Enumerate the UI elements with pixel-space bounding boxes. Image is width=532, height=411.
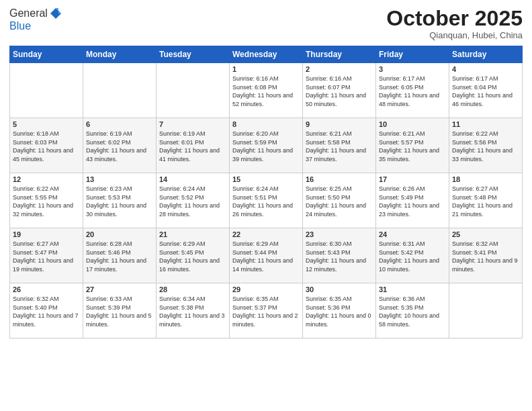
day-number: 5 xyxy=(13,120,80,128)
calendar-cell-0-6: 4Sunrise: 6:17 AMSunset: 6:04 PMDaylight… xyxy=(449,63,523,118)
calendar-cell-4-4: 30Sunrise: 6:35 AMSunset: 5:36 PMDayligh… xyxy=(303,283,376,338)
day-number: 9 xyxy=(306,120,373,128)
day-number: 19 xyxy=(13,230,80,238)
calendar-cell-2-6: 18Sunrise: 6:27 AMSunset: 5:48 PMDayligh… xyxy=(449,173,523,228)
day-number: 3 xyxy=(379,65,446,73)
day-info: Sunrise: 6:35 AMSunset: 5:37 PMDaylight:… xyxy=(232,295,300,328)
day-info: Sunrise: 6:16 AMSunset: 6:07 PMDaylight:… xyxy=(306,75,373,108)
day-number: 21 xyxy=(159,230,226,238)
day-number: 22 xyxy=(232,230,300,238)
calendar-cell-4-3: 29Sunrise: 6:35 AMSunset: 5:37 PMDayligh… xyxy=(230,283,303,338)
calendar-cell-0-1 xyxy=(83,63,157,118)
day-info: Sunrise: 6:25 AMSunset: 5:50 PMDaylight:… xyxy=(306,185,373,218)
day-number: 25 xyxy=(452,230,519,238)
calendar-cell-0-3: 1Sunrise: 6:16 AMSunset: 6:08 PMDaylight… xyxy=(230,63,303,118)
day-number: 4 xyxy=(452,65,519,73)
calendar-cell-3-6: 25Sunrise: 6:32 AMSunset: 5:41 PMDayligh… xyxy=(449,228,523,283)
calendar-cell-1-4: 9Sunrise: 6:21 AMSunset: 5:58 PMDaylight… xyxy=(303,118,376,173)
day-number: 16 xyxy=(306,175,373,183)
calendar-cell-1-3: 8Sunrise: 6:20 AMSunset: 5:59 PMDaylight… xyxy=(230,118,303,173)
day-info: Sunrise: 6:20 AMSunset: 5:59 PMDaylight:… xyxy=(232,130,300,163)
calendar-cell-4-5: 31Sunrise: 6:36 AMSunset: 5:35 PMDayligh… xyxy=(376,283,449,338)
page: General Blue October 2025 Qianquan, Hube… xyxy=(0,0,532,411)
calendar-cell-2-5: 17Sunrise: 6:26 AMSunset: 5:49 PMDayligh… xyxy=(376,173,449,228)
calendar-cell-4-2: 28Sunrise: 6:34 AMSunset: 5:38 PMDayligh… xyxy=(157,283,230,338)
calendar-cell-2-3: 15Sunrise: 6:24 AMSunset: 5:51 PMDayligh… xyxy=(230,173,303,228)
calendar-cell-3-4: 23Sunrise: 6:30 AMSunset: 5:43 PMDayligh… xyxy=(303,228,376,283)
header-tuesday: Tuesday xyxy=(157,46,230,63)
month-title: October 2025 xyxy=(386,7,523,30)
calendar-cell-2-2: 14Sunrise: 6:24 AMSunset: 5:52 PMDayligh… xyxy=(157,173,230,228)
day-number: 8 xyxy=(232,120,300,128)
day-info: Sunrise: 6:22 AMSunset: 5:56 PMDaylight:… xyxy=(452,130,519,163)
logo-blue-text: Blue xyxy=(9,20,62,32)
day-number: 23 xyxy=(306,230,373,238)
calendar-cell-2-1: 13Sunrise: 6:23 AMSunset: 5:53 PMDayligh… xyxy=(83,173,157,228)
day-info: Sunrise: 6:30 AMSunset: 5:43 PMDaylight:… xyxy=(306,240,373,273)
day-number: 30 xyxy=(306,285,373,293)
day-info: Sunrise: 6:29 AMSunset: 5:44 PMDaylight:… xyxy=(232,240,300,273)
day-info: Sunrise: 6:35 AMSunset: 5:36 PMDaylight:… xyxy=(306,295,373,328)
header-monday: Monday xyxy=(83,46,157,63)
calendar-cell-1-6: 11Sunrise: 6:22 AMSunset: 5:56 PMDayligh… xyxy=(449,118,523,173)
calendar-cell-3-1: 20Sunrise: 6:28 AMSunset: 5:46 PMDayligh… xyxy=(83,228,157,283)
header: General Blue October 2025 Qianquan, Hube… xyxy=(9,7,523,40)
day-number: 1 xyxy=(232,65,300,73)
calendar-cell-0-0 xyxy=(10,63,83,118)
week-row-2: 5Sunrise: 6:18 AMSunset: 6:03 PMDaylight… xyxy=(10,118,523,173)
day-number: 15 xyxy=(232,175,300,183)
calendar-cell-1-1: 6Sunrise: 6:19 AMSunset: 6:02 PMDaylight… xyxy=(83,118,157,173)
calendar-cell-3-3: 22Sunrise: 6:29 AMSunset: 5:44 PMDayligh… xyxy=(230,228,303,283)
header-saturday: Saturday xyxy=(449,46,523,63)
week-row-4: 19Sunrise: 6:27 AMSunset: 5:47 PMDayligh… xyxy=(10,228,523,283)
day-info: Sunrise: 6:21 AMSunset: 5:58 PMDaylight:… xyxy=(306,130,373,163)
day-number: 13 xyxy=(86,175,153,183)
day-info: Sunrise: 6:27 AMSunset: 5:47 PMDaylight:… xyxy=(13,240,80,273)
day-info: Sunrise: 6:27 AMSunset: 5:48 PMDaylight:… xyxy=(452,185,519,218)
logo-general-text: General xyxy=(9,7,48,19)
day-info: Sunrise: 6:24 AMSunset: 5:51 PMDaylight:… xyxy=(232,185,300,218)
title-block: October 2025 Qianquan, Hubei, China xyxy=(386,7,523,40)
day-number: 2 xyxy=(306,65,373,73)
logo-icon xyxy=(49,7,62,20)
day-number: 28 xyxy=(159,285,226,293)
day-number: 24 xyxy=(379,230,446,238)
calendar-cell-4-0: 26Sunrise: 6:32 AMSunset: 5:40 PMDayligh… xyxy=(10,283,83,338)
day-number: 7 xyxy=(159,120,226,128)
day-number: 17 xyxy=(379,175,446,183)
day-info: Sunrise: 6:32 AMSunset: 5:40 PMDaylight:… xyxy=(13,295,80,328)
day-info: Sunrise: 6:24 AMSunset: 5:52 PMDaylight:… xyxy=(159,185,226,218)
day-info: Sunrise: 6:16 AMSunset: 6:08 PMDaylight:… xyxy=(232,75,300,108)
day-info: Sunrise: 6:21 AMSunset: 5:57 PMDaylight:… xyxy=(379,130,446,163)
day-info: Sunrise: 6:17 AMSunset: 6:05 PMDaylight:… xyxy=(379,75,446,108)
day-info: Sunrise: 6:19 AMSunset: 6:01 PMDaylight:… xyxy=(159,130,226,163)
day-info: Sunrise: 6:23 AMSunset: 5:53 PMDaylight:… xyxy=(86,185,153,218)
calendar-cell-1-2: 7Sunrise: 6:19 AMSunset: 6:01 PMDaylight… xyxy=(157,118,230,173)
calendar-table: Sunday Monday Tuesday Wednesday Thursday… xyxy=(9,46,523,338)
header-thursday: Thursday xyxy=(303,46,376,63)
calendar-cell-0-5: 3Sunrise: 6:17 AMSunset: 6:05 PMDaylight… xyxy=(376,63,449,118)
day-number: 6 xyxy=(86,120,153,128)
calendar-cell-3-5: 24Sunrise: 6:31 AMSunset: 5:42 PMDayligh… xyxy=(376,228,449,283)
day-number: 20 xyxy=(86,230,153,238)
day-number: 31 xyxy=(379,285,446,293)
day-info: Sunrise: 6:26 AMSunset: 5:49 PMDaylight:… xyxy=(379,185,446,218)
day-number: 12 xyxy=(13,175,80,183)
calendar-cell-2-0: 12Sunrise: 6:22 AMSunset: 5:55 PMDayligh… xyxy=(10,173,83,228)
calendar-cell-1-0: 5Sunrise: 6:18 AMSunset: 6:03 PMDaylight… xyxy=(10,118,83,173)
day-number: 14 xyxy=(159,175,226,183)
day-info: Sunrise: 6:29 AMSunset: 5:45 PMDaylight:… xyxy=(159,240,226,273)
day-info: Sunrise: 6:19 AMSunset: 6:02 PMDaylight:… xyxy=(86,130,153,163)
day-info: Sunrise: 6:22 AMSunset: 5:55 PMDaylight:… xyxy=(13,185,80,218)
calendar-cell-4-1: 27Sunrise: 6:33 AMSunset: 5:39 PMDayligh… xyxy=(83,283,157,338)
day-info: Sunrise: 6:31 AMSunset: 5:42 PMDaylight:… xyxy=(379,240,446,273)
day-info: Sunrise: 6:28 AMSunset: 5:46 PMDaylight:… xyxy=(86,240,153,273)
calendar-cell-2-4: 16Sunrise: 6:25 AMSunset: 5:50 PMDayligh… xyxy=(303,173,376,228)
week-row-3: 12Sunrise: 6:22 AMSunset: 5:55 PMDayligh… xyxy=(10,173,523,228)
day-info: Sunrise: 6:17 AMSunset: 6:04 PMDaylight:… xyxy=(452,75,519,108)
week-row-5: 26Sunrise: 6:32 AMSunset: 5:40 PMDayligh… xyxy=(10,283,523,338)
header-friday: Friday xyxy=(376,46,449,63)
week-row-1: 1Sunrise: 6:16 AMSunset: 6:08 PMDaylight… xyxy=(10,63,523,118)
day-number: 26 xyxy=(13,285,80,293)
day-info: Sunrise: 6:34 AMSunset: 5:38 PMDaylight:… xyxy=(159,295,226,328)
